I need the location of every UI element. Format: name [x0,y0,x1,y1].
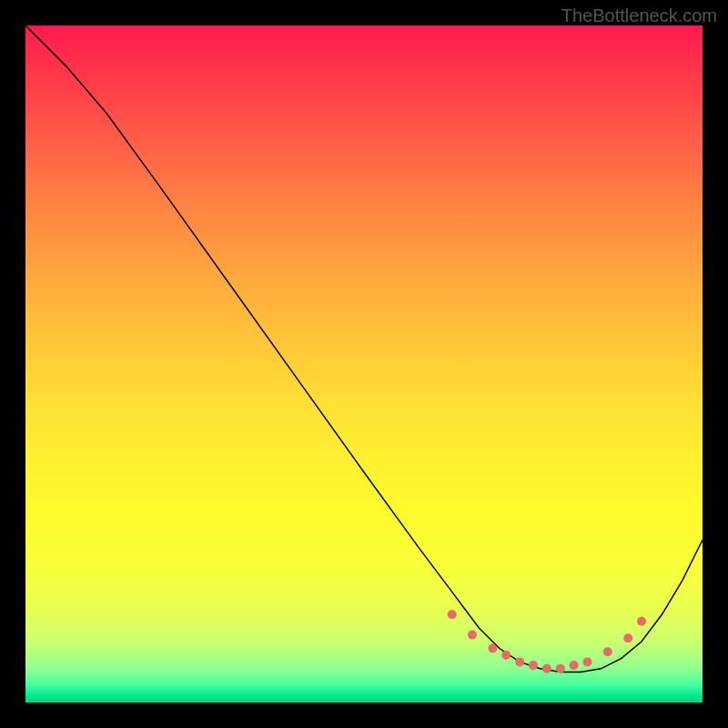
scatter-dot [556,664,565,673]
scatter-dot [603,647,612,656]
scatter-dot [570,661,579,670]
scatter-dots [448,610,646,673]
scatter-dot [637,617,646,626]
scatter-dot [501,651,511,660]
watermark-text: TheBottleneck.com [561,5,717,26]
scatter-dot [529,661,538,670]
scatter-dot [448,610,457,619]
curve-line [25,25,703,672]
chart-svg [25,25,703,703]
scatter-dot [515,657,524,666]
scatter-dot [583,657,592,666]
chart-area [25,25,703,703]
scatter-dot [542,664,551,673]
scatter-dot [488,644,497,653]
scatter-dot [468,631,477,640]
scatter-dot [623,633,632,642]
